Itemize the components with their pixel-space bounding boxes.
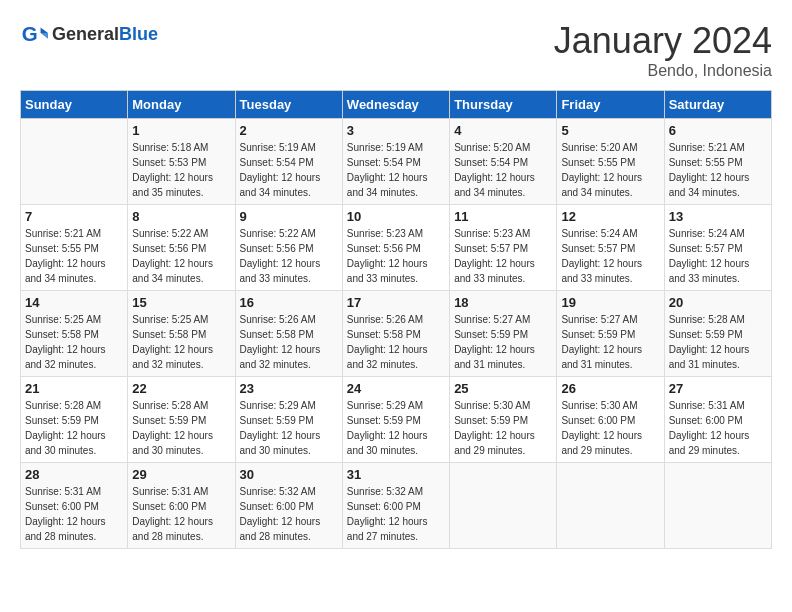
calendar-cell: 23Sunrise: 5:29 AM Sunset: 5:59 PM Dayli…	[235, 377, 342, 463]
week-row-4: 21Sunrise: 5:28 AM Sunset: 5:59 PM Dayli…	[21, 377, 772, 463]
day-number: 28	[25, 467, 123, 482]
day-info: Sunrise: 5:23 AM Sunset: 5:56 PM Dayligh…	[347, 226, 445, 286]
day-number: 12	[561, 209, 659, 224]
day-number: 17	[347, 295, 445, 310]
calendar-cell: 26Sunrise: 5:30 AM Sunset: 6:00 PM Dayli…	[557, 377, 664, 463]
day-number: 18	[454, 295, 552, 310]
day-info: Sunrise: 5:31 AM Sunset: 6:00 PM Dayligh…	[669, 398, 767, 458]
day-info: Sunrise: 5:28 AM Sunset: 5:59 PM Dayligh…	[132, 398, 230, 458]
day-info: Sunrise: 5:24 AM Sunset: 5:57 PM Dayligh…	[561, 226, 659, 286]
day-header-wednesday: Wednesday	[342, 91, 449, 119]
calendar-cell: 5Sunrise: 5:20 AM Sunset: 5:55 PM Daylig…	[557, 119, 664, 205]
day-info: Sunrise: 5:28 AM Sunset: 5:59 PM Dayligh…	[669, 312, 767, 372]
day-number: 11	[454, 209, 552, 224]
week-row-1: 1Sunrise: 5:18 AM Sunset: 5:53 PM Daylig…	[21, 119, 772, 205]
day-number: 20	[669, 295, 767, 310]
calendar-cell: 8Sunrise: 5:22 AM Sunset: 5:56 PM Daylig…	[128, 205, 235, 291]
calendar-cell: 13Sunrise: 5:24 AM Sunset: 5:57 PM Dayli…	[664, 205, 771, 291]
week-row-3: 14Sunrise: 5:25 AM Sunset: 5:58 PM Dayli…	[21, 291, 772, 377]
calendar-cell: 3Sunrise: 5:19 AM Sunset: 5:54 PM Daylig…	[342, 119, 449, 205]
day-info: Sunrise: 5:25 AM Sunset: 5:58 PM Dayligh…	[25, 312, 123, 372]
calendar-cell: 28Sunrise: 5:31 AM Sunset: 6:00 PM Dayli…	[21, 463, 128, 549]
calendar-header: SundayMondayTuesdayWednesdayThursdayFrid…	[21, 91, 772, 119]
calendar-cell: 20Sunrise: 5:28 AM Sunset: 5:59 PM Dayli…	[664, 291, 771, 377]
day-info: Sunrise: 5:26 AM Sunset: 5:58 PM Dayligh…	[347, 312, 445, 372]
calendar-cell: 18Sunrise: 5:27 AM Sunset: 5:59 PM Dayli…	[450, 291, 557, 377]
day-info: Sunrise: 5:31 AM Sunset: 6:00 PM Dayligh…	[25, 484, 123, 544]
logo-icon: G	[20, 20, 48, 48]
day-number: 29	[132, 467, 230, 482]
calendar-cell: 6Sunrise: 5:21 AM Sunset: 5:55 PM Daylig…	[664, 119, 771, 205]
calendar-cell: 2Sunrise: 5:19 AM Sunset: 5:54 PM Daylig…	[235, 119, 342, 205]
logo: G GeneralBlue	[20, 20, 158, 48]
day-number: 9	[240, 209, 338, 224]
day-number: 6	[669, 123, 767, 138]
day-info: Sunrise: 5:28 AM Sunset: 5:59 PM Dayligh…	[25, 398, 123, 458]
day-number: 23	[240, 381, 338, 396]
calendar-cell: 1Sunrise: 5:18 AM Sunset: 5:53 PM Daylig…	[128, 119, 235, 205]
day-header-saturday: Saturday	[664, 91, 771, 119]
day-number: 8	[132, 209, 230, 224]
calendar-cell: 16Sunrise: 5:26 AM Sunset: 5:58 PM Dayli…	[235, 291, 342, 377]
day-info: Sunrise: 5:30 AM Sunset: 6:00 PM Dayligh…	[561, 398, 659, 458]
day-number: 4	[454, 123, 552, 138]
day-info: Sunrise: 5:30 AM Sunset: 5:59 PM Dayligh…	[454, 398, 552, 458]
day-info: Sunrise: 5:27 AM Sunset: 5:59 PM Dayligh…	[454, 312, 552, 372]
calendar-cell: 14Sunrise: 5:25 AM Sunset: 5:58 PM Dayli…	[21, 291, 128, 377]
day-info: Sunrise: 5:18 AM Sunset: 5:53 PM Dayligh…	[132, 140, 230, 200]
calendar-cell	[557, 463, 664, 549]
day-info: Sunrise: 5:29 AM Sunset: 5:59 PM Dayligh…	[240, 398, 338, 458]
day-info: Sunrise: 5:22 AM Sunset: 5:56 PM Dayligh…	[132, 226, 230, 286]
day-info: Sunrise: 5:29 AM Sunset: 5:59 PM Dayligh…	[347, 398, 445, 458]
calendar-cell: 27Sunrise: 5:31 AM Sunset: 6:00 PM Dayli…	[664, 377, 771, 463]
day-number: 19	[561, 295, 659, 310]
day-info: Sunrise: 5:25 AM Sunset: 5:58 PM Dayligh…	[132, 312, 230, 372]
day-number: 3	[347, 123, 445, 138]
day-number: 13	[669, 209, 767, 224]
calendar-cell: 9Sunrise: 5:22 AM Sunset: 5:56 PM Daylig…	[235, 205, 342, 291]
day-info: Sunrise: 5:21 AM Sunset: 5:55 PM Dayligh…	[669, 140, 767, 200]
svg-marker-2	[41, 33, 48, 39]
calendar-cell: 12Sunrise: 5:24 AM Sunset: 5:57 PM Dayli…	[557, 205, 664, 291]
day-info: Sunrise: 5:23 AM Sunset: 5:57 PM Dayligh…	[454, 226, 552, 286]
calendar-cell	[664, 463, 771, 549]
calendar-cell: 7Sunrise: 5:21 AM Sunset: 5:55 PM Daylig…	[21, 205, 128, 291]
svg-marker-1	[41, 27, 48, 33]
day-info: Sunrise: 5:20 AM Sunset: 5:54 PM Dayligh…	[454, 140, 552, 200]
day-info: Sunrise: 5:21 AM Sunset: 5:55 PM Dayligh…	[25, 226, 123, 286]
day-number: 30	[240, 467, 338, 482]
day-number: 15	[132, 295, 230, 310]
calendar-cell: 21Sunrise: 5:28 AM Sunset: 5:59 PM Dayli…	[21, 377, 128, 463]
day-header-thursday: Thursday	[450, 91, 557, 119]
day-info: Sunrise: 5:31 AM Sunset: 6:00 PM Dayligh…	[132, 484, 230, 544]
week-row-2: 7Sunrise: 5:21 AM Sunset: 5:55 PM Daylig…	[21, 205, 772, 291]
logo-general-text: General	[52, 24, 119, 44]
day-number: 5	[561, 123, 659, 138]
day-number: 2	[240, 123, 338, 138]
day-info: Sunrise: 5:20 AM Sunset: 5:55 PM Dayligh…	[561, 140, 659, 200]
calendar-cell: 29Sunrise: 5:31 AM Sunset: 6:00 PM Dayli…	[128, 463, 235, 549]
day-number: 24	[347, 381, 445, 396]
day-header-friday: Friday	[557, 91, 664, 119]
calendar-cell: 31Sunrise: 5:32 AM Sunset: 6:00 PM Dayli…	[342, 463, 449, 549]
day-number: 10	[347, 209, 445, 224]
day-number: 7	[25, 209, 123, 224]
day-info: Sunrise: 5:26 AM Sunset: 5:58 PM Dayligh…	[240, 312, 338, 372]
calendar-cell: 17Sunrise: 5:26 AM Sunset: 5:58 PM Dayli…	[342, 291, 449, 377]
day-number: 26	[561, 381, 659, 396]
day-info: Sunrise: 5:22 AM Sunset: 5:56 PM Dayligh…	[240, 226, 338, 286]
day-header-monday: Monday	[128, 91, 235, 119]
day-info: Sunrise: 5:24 AM Sunset: 5:57 PM Dayligh…	[669, 226, 767, 286]
month-title: January 2024	[554, 20, 772, 62]
calendar-table: SundayMondayTuesdayWednesdayThursdayFrid…	[20, 90, 772, 549]
calendar-cell: 19Sunrise: 5:27 AM Sunset: 5:59 PM Dayli…	[557, 291, 664, 377]
day-info: Sunrise: 5:32 AM Sunset: 6:00 PM Dayligh…	[240, 484, 338, 544]
calendar-cell: 11Sunrise: 5:23 AM Sunset: 5:57 PM Dayli…	[450, 205, 557, 291]
page-header: G GeneralBlue January 2024 Bendo, Indone…	[20, 20, 772, 80]
calendar-cell: 4Sunrise: 5:20 AM Sunset: 5:54 PM Daylig…	[450, 119, 557, 205]
day-number: 14	[25, 295, 123, 310]
day-info: Sunrise: 5:19 AM Sunset: 5:54 PM Dayligh…	[347, 140, 445, 200]
calendar-cell: 15Sunrise: 5:25 AM Sunset: 5:58 PM Dayli…	[128, 291, 235, 377]
calendar-cell: 30Sunrise: 5:32 AM Sunset: 6:00 PM Dayli…	[235, 463, 342, 549]
day-number: 1	[132, 123, 230, 138]
